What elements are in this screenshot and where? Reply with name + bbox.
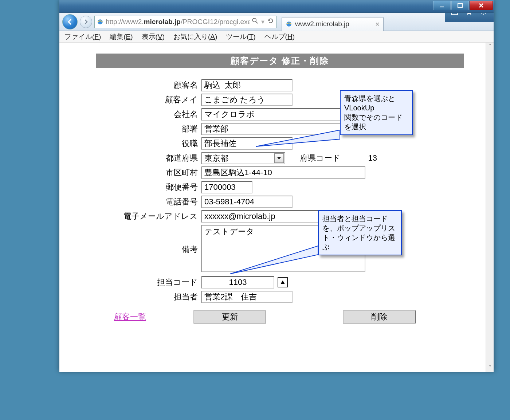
name-field[interactable] [201, 79, 293, 91]
url-text: http://www2.microlab.jp/PROCGI12/procgi.… [106, 18, 250, 26]
callout-prefecture: 青森県を選ぶとVLookUp関数でそのコードを選択 [340, 90, 413, 135]
menu-tools[interactable]: ツール(T) [226, 32, 255, 42]
tab-strip: www2.microlab.jp × [282, 13, 443, 31]
popup-list-button[interactable] [278, 277, 288, 287]
label-dept: 部署 [96, 123, 201, 134]
search-icon[interactable] [252, 17, 258, 26]
label-tel: 電話番号 [96, 196, 201, 207]
title-bar [59, 0, 494, 13]
maximize-button[interactable] [451, 1, 469, 10]
svg-point-5 [252, 18, 256, 22]
back-button[interactable] [62, 14, 78, 30]
city-field[interactable] [201, 166, 365, 179]
ie-icon [286, 21, 292, 27]
customer-list-link[interactable]: 顧客一覧 [114, 311, 146, 322]
minimize-button[interactable] [433, 1, 451, 10]
menu-bar: ファイル(F) 編集(E) 表示(V) お気に入り(A) ツール(T) ヘルプ(… [59, 31, 494, 43]
browser-tab[interactable]: www2.microlab.jp × [282, 17, 384, 31]
label-name: 顧客名 [96, 80, 201, 91]
scroll-down-icon[interactable]: ˅ [486, 364, 494, 372]
refresh-icon[interactable] [267, 17, 274, 26]
address-bar[interactable]: http://www2.microlab.jp/PROCGI12/procgi.… [94, 16, 276, 28]
svg-line-6 [256, 21, 258, 23]
tantou-field[interactable] [201, 291, 293, 303]
kana-field[interactable] [201, 94, 293, 106]
close-tab-icon[interactable]: × [375, 20, 380, 28]
label-email: 電子メールアドレス [96, 211, 201, 222]
svg-line-14 [486, 13, 486, 14]
label-prefcode: 府県コード [300, 153, 341, 164]
label-pref: 都道府県 [96, 153, 201, 164]
page-title: 顧客データ 修正・削除 [96, 54, 464, 68]
customer-form: 顧客名 顧客メイ 会社名 部署 役職 都道府県 東京都 [96, 79, 475, 303]
menu-help[interactable]: ヘルプ(H) [264, 32, 295, 42]
label-city: 市区町村 [96, 167, 201, 178]
title-field[interactable] [201, 137, 293, 150]
browser-window: http://www2.microlab.jp/PROCGI12/procgi.… [59, 0, 494, 372]
pref-select[interactable]: 東京都 [201, 152, 285, 164]
menu-view[interactable]: 表示(V) [142, 32, 165, 42]
menu-edit[interactable]: 編集(E) [110, 32, 133, 42]
menu-favorites[interactable]: お気に入り(A) [173, 32, 217, 42]
page-viewport: ˄ ˅ 顧客データ 修正・削除 顧客名 顧客メイ 会社名 部署 役職 都道府県 [59, 43, 494, 372]
tab-title: www2.microlab.jp [295, 20, 349, 28]
label-zip: 郵便番号 [96, 182, 201, 193]
delete-button[interactable]: 削除 [343, 310, 416, 323]
label-note: 備考 [96, 244, 201, 255]
zip-field[interactable] [201, 181, 252, 193]
tantou-code-field[interactable] [201, 276, 274, 288]
label-company: 会社名 [96, 109, 201, 120]
forward-button[interactable] [80, 16, 92, 28]
ie-icon [97, 19, 103, 25]
label-tantou-code: 担当コード [96, 277, 201, 288]
nav-bar: http://www2.microlab.jp/PROCGI12/procgi.… [59, 13, 494, 31]
svg-marker-17 [280, 280, 285, 284]
svg-rect-1 [458, 4, 462, 7]
label-tantou: 担当者 [96, 291, 201, 302]
svg-line-15 [482, 13, 482, 14]
close-button[interactable] [470, 1, 493, 10]
menu-file[interactable]: ファイル(F) [64, 32, 101, 42]
callout-tantou: 担当者と担当コードを、ポップアップリスト・ウィンドウから選ぶ [318, 210, 402, 255]
tel-field[interactable] [201, 196, 293, 208]
label-title: 役職 [96, 138, 201, 149]
prefcode-value: 13 [355, 153, 377, 163]
label-kana: 顧客メイ [96, 94, 201, 105]
update-button[interactable]: 更新 [193, 310, 266, 323]
